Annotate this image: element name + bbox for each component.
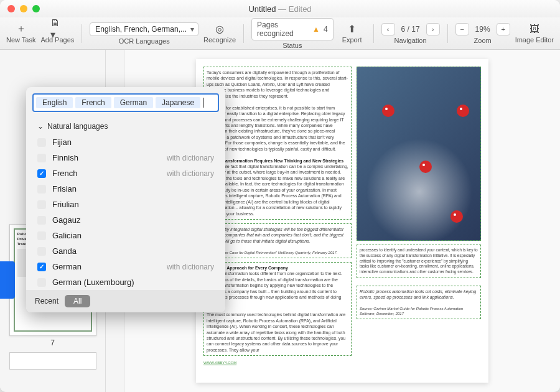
dictionary-label: with dictionary	[167, 154, 214, 162]
language-name: German (Luxembourg)	[52, 278, 134, 287]
language-item[interactable]: Frisian	[26, 181, 225, 197]
language-name: Fijian	[52, 138, 72, 147]
language-tag[interactable]: French	[75, 97, 111, 108]
app-window: Untitled — Edited ＋ New Task 🗎▾ Add Page…	[0, 0, 560, 392]
language-list: FijianFinnishwith dictionaryFrenchwith d…	[26, 134, 225, 290]
section-header[interactable]: ⌄ Natural languages	[26, 118, 225, 134]
language-item[interactable]: Friulian	[26, 197, 225, 212]
language-item[interactable]: German (Luxembourg)	[26, 274, 225, 290]
zoom-label: Zoom	[474, 37, 492, 44]
checkbox[interactable]	[37, 231, 46, 240]
ocr-language-select[interactable]: English, French, German,...	[90, 22, 198, 36]
ocr-languages-label: OCR Languages	[119, 37, 170, 45]
recognize-icon: ◎	[213, 24, 226, 35]
checkbox[interactable]	[37, 216, 46, 225]
close-button[interactable]	[7, 5, 15, 12]
document-page: Today's consumers are digitally empowere…	[196, 59, 488, 383]
checkbox[interactable]	[37, 138, 46, 147]
chevron-down-icon: ⌄	[37, 122, 44, 131]
language-panel-footer: Recent All	[26, 290, 225, 312]
navigation-label: Navigation	[394, 37, 427, 44]
image-editor-button[interactable]: 🖼 Image Editor	[515, 24, 554, 44]
window-controls	[7, 5, 40, 12]
text-region[interactable]: A Unique Approach for Every Company Digi…	[203, 262, 352, 357]
page-icon: 🗎▾	[50, 24, 64, 35]
plus-icon: ＋	[14, 24, 28, 35]
status-pill[interactable]: Pages recognized ▲ 4	[251, 18, 334, 40]
recognize-button[interactable]: ◎ Recognize	[203, 24, 236, 44]
map-pin-icon	[382, 105, 392, 117]
nav-prev-button[interactable]: ‹	[381, 23, 395, 35]
export-icon: ⬆︎	[345, 24, 359, 35]
zoom-level: 19%	[472, 25, 494, 34]
checkbox[interactable]	[37, 263, 46, 271]
thumbnail-page-number: 7	[5, 338, 100, 347]
image-icon: 🖼	[528, 24, 541, 35]
language-tag[interactable]: German	[114, 97, 153, 108]
language-tag[interactable]: Japanese	[156, 97, 200, 108]
add-pages-button[interactable]: 🗎▾ Add Pages	[40, 24, 74, 44]
language-item[interactable]: Gagauz	[26, 212, 225, 228]
text-region[interactable]: Today's consumers are digitally empowere…	[203, 67, 352, 220]
language-item[interactable]: Germanwith dictionary	[26, 259, 225, 274]
image-region[interactable]	[357, 67, 481, 241]
panel-handle[interactable]	[0, 261, 15, 299]
language-name: Frisian	[52, 184, 77, 194]
map-pin-icon	[450, 210, 460, 223]
language-item[interactable]: Finnishwith dictionary	[26, 150, 225, 166]
footer-url[interactable]: WWW.ABBYY.COM	[203, 361, 236, 365]
checkbox[interactable]	[37, 278, 46, 287]
minimize-button[interactable]	[20, 5, 27, 12]
dictionary-label: with dictionary	[167, 169, 214, 178]
checkbox[interactable]	[37, 247, 46, 256]
zoom-button[interactable]	[32, 5, 40, 12]
checkbox[interactable]	[37, 200, 46, 209]
text-region[interactable]: Bold, tightly integrated digital strateg…	[203, 223, 352, 258]
map-pin-icon	[457, 105, 467, 117]
language-item[interactable]: Frenchwith dictionary	[26, 166, 225, 181]
zoom-in-button[interactable]: +	[497, 23, 510, 35]
language-panel: English French German Japanese ⌄ Natural…	[26, 87, 225, 312]
page-indicator: 6 / 17	[398, 25, 424, 34]
language-name: Ganda	[52, 246, 77, 256]
zoom-out-button[interactable]: −	[455, 23, 469, 35]
nav-next-button[interactable]: ›	[426, 23, 440, 35]
text-region[interactable]: Robotic process automation tools cut cos…	[357, 286, 481, 320]
checkbox[interactable]	[37, 185, 46, 194]
language-name: Gagauz	[52, 215, 81, 225]
status-label: Status	[282, 42, 302, 49]
language-name: Galician	[52, 231, 82, 240]
language-item[interactable]: Galician	[26, 228, 225, 243]
warning-icon: ▲	[312, 25, 320, 34]
map-pin-icon	[419, 161, 429, 173]
export-button[interactable]: ⬆︎ Export	[338, 24, 366, 44]
toolbar: ＋ New Task 🗎▾ Add Pages English, French,…	[0, 17, 560, 50]
language-tag[interactable]: English	[36, 97, 73, 108]
titlebar: Untitled — Edited	[0, 0, 560, 17]
selected-languages-field[interactable]: English French German Japanese	[32, 93, 219, 112]
language-name: French	[52, 169, 77, 178]
window-title: Untitled — Edited	[248, 4, 311, 14]
text-region[interactable]: processes to identify and understand you…	[357, 245, 481, 278]
language-item[interactable]: Fijian	[26, 134, 225, 150]
language-name: Friulian	[52, 200, 79, 209]
dictionary-label: with dictionary	[167, 263, 214, 271]
page-thumbnail-8[interactable]	[9, 352, 96, 370]
language-item[interactable]: Ganda	[26, 243, 225, 259]
filter-all-button[interactable]: All	[65, 295, 90, 307]
checkbox[interactable]	[37, 154, 46, 162]
checkbox[interactable]	[37, 169, 46, 178]
new-task-button[interactable]: ＋ New Task	[6, 24, 35, 44]
language-name: Finnish	[52, 153, 78, 162]
language-name: German	[52, 262, 82, 271]
recent-label: Recent	[35, 297, 58, 306]
filter-segment: All	[65, 295, 90, 307]
